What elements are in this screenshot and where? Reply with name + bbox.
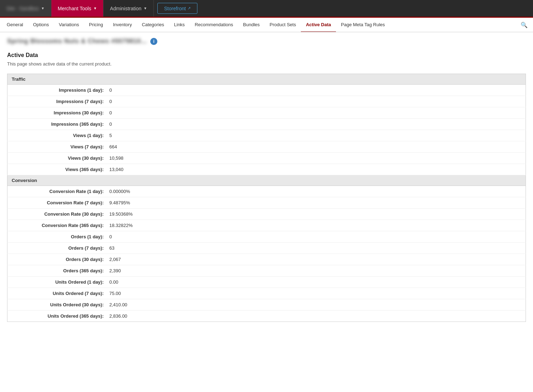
tab-categories[interactable]: Categories — [137, 18, 169, 32]
row-value: 19.50368% — [107, 209, 526, 220]
product-title-bar: Spring Blossoms Nuts & Chews #0079810...… — [7, 38, 526, 45]
tab-options[interactable]: Options — [28, 18, 54, 32]
row-value: 10,598 — [107, 153, 526, 164]
administration-label: Administration — [110, 6, 141, 11]
table-row: Views (365 days):13,040 — [7, 164, 526, 175]
site-selector[interactable]: Site - Sandbox ▼ — [0, 0, 51, 17]
row-value: 63 — [107, 243, 526, 254]
active-data-table: TrafficImpressions (1 day):0Impressions … — [7, 74, 526, 322]
info-icon[interactable]: i — [150, 38, 157, 45]
merchant-tools-nav[interactable]: Merchant Tools ▼ — [51, 0, 104, 17]
row-label: Views (365 days): — [7, 164, 107, 175]
row-label: Views (30 days): — [7, 153, 107, 164]
merchant-tools-caret-icon: ▼ — [93, 6, 97, 10]
site-selector-caret-icon: ▼ — [41, 6, 45, 10]
row-value: 75.00 — [107, 288, 526, 299]
administration-caret-icon: ▼ — [144, 6, 147, 10]
page-heading: Active Data — [7, 52, 526, 58]
row-label: Conversion Rate (30 days): — [7, 209, 107, 220]
row-label: Impressions (30 days): — [7, 107, 107, 119]
row-value: 2,836.00 — [107, 311, 526, 322]
row-label: Impressions (7 days): — [7, 96, 107, 107]
table-row: Orders (1 day):0 — [7, 231, 526, 243]
merchant-tools-label: Merchant Tools — [58, 6, 91, 11]
row-label: Units Ordered (30 days): — [7, 299, 107, 311]
row-label: Conversion Rate (1 day): — [7, 186, 107, 197]
row-value: 18.32822% — [107, 220, 526, 231]
section-header-conversion: Conversion — [7, 175, 526, 186]
table-row: Orders (7 days):63 — [7, 243, 526, 254]
table-row: Orders (30 days):2,067 — [7, 254, 526, 265]
row-label: Orders (7 days): — [7, 243, 107, 254]
row-label: Views (1 day): — [7, 130, 107, 141]
row-value: 0.00000% — [107, 186, 526, 197]
storefront-label: Storefront — [164, 6, 186, 11]
row-label: Units Ordered (365 days): — [7, 311, 107, 322]
row-value: 0 — [107, 231, 526, 243]
table-row: Conversion Rate (365 days):18.32822% — [7, 220, 526, 231]
row-value: 0.00 — [107, 277, 526, 288]
row-label: Units Ordered (1 day): — [7, 277, 107, 288]
table-row: Impressions (365 days):0 — [7, 119, 526, 130]
row-value: 2,410.00 — [107, 299, 526, 311]
table-row: Conversion Rate (7 days):9.48795% — [7, 197, 526, 209]
row-value: 664 — [107, 141, 526, 153]
row-label: Orders (365 days): — [7, 265, 107, 277]
row-label: Impressions (365 days): — [7, 119, 107, 130]
external-link-icon: ↗ — [187, 6, 191, 11]
table-row: Units Ordered (7 days):75.00 — [7, 288, 526, 299]
tab-bundles[interactable]: Bundles — [238, 18, 265, 32]
row-label: Conversion Rate (365 days): — [7, 220, 107, 231]
page-content: Spring Blossoms Nuts & Chews #0079810...… — [0, 32, 533, 327]
table-row: Impressions (1 day):0 — [7, 85, 526, 96]
row-label: Orders (1 day): — [7, 231, 107, 243]
table-row: Conversion Rate (1 day):0.00000% — [7, 186, 526, 197]
row-value: 0 — [107, 119, 526, 130]
tab-inventory[interactable]: Inventory — [108, 18, 137, 32]
table-row: Orders (365 days):2,390 — [7, 265, 526, 277]
row-value: 5 — [107, 130, 526, 141]
table-row: Views (30 days):10,598 — [7, 153, 526, 164]
tab-product-sets[interactable]: Product Sets — [265, 18, 301, 32]
table-row: Impressions (7 days):0 — [7, 96, 526, 107]
tab-links[interactable]: Links — [169, 18, 190, 32]
row-label: Impressions (1 day): — [7, 85, 107, 96]
row-label: Orders (30 days): — [7, 254, 107, 265]
row-label: Conversion Rate (7 days): — [7, 197, 107, 209]
row-value: 13,040 — [107, 164, 526, 175]
table-row: Units Ordered (1 day):0.00 — [7, 277, 526, 288]
tab-recommendations[interactable]: Recommendations — [190, 18, 238, 32]
table-row: Units Ordered (365 days):2,836.00 — [7, 311, 526, 322]
row-value: 9.48795% — [107, 197, 526, 209]
product-title: Spring Blossoms Nuts & Chews #0079810... — [7, 38, 147, 45]
storefront-button[interactable]: Storefront ↗ — [157, 3, 197, 14]
row-label: Views (7 days): — [7, 141, 107, 153]
table-row: Views (1 day):5 — [7, 130, 526, 141]
administration-nav[interactable]: Administration ▼ — [103, 0, 154, 17]
table-row: Impressions (30 days):0 — [7, 107, 526, 119]
table-row: Conversion Rate (30 days):19.50368% — [7, 209, 526, 220]
row-label: Units Ordered (7 days): — [7, 288, 107, 299]
top-navigation: Site - Sandbox ▼ Merchant Tools ▼ Admini… — [0, 0, 533, 18]
section-header-traffic: Traffic — [7, 74, 526, 85]
row-value: 0 — [107, 96, 526, 107]
tab-general[interactable]: General — [2, 18, 28, 32]
site-selector-label: Site - Sandbox — [6, 6, 39, 11]
tab-variations[interactable]: Variations — [54, 18, 84, 32]
row-value: 2,067 — [107, 254, 526, 265]
page-description: This page shows active data of the curre… — [7, 61, 526, 67]
tab-page-meta-tag-rules[interactable]: Page Meta Tag Rules — [336, 18, 390, 32]
tab-bar: General Options Variations Pricing Inven… — [0, 18, 533, 32]
tab-active-data[interactable]: Active Data — [301, 18, 336, 32]
tab-search-icon[interactable]: 🔍 — [517, 19, 531, 31]
table-row: Views (7 days):664 — [7, 141, 526, 153]
row-value: 2,390 — [107, 265, 526, 277]
tab-pricing[interactable]: Pricing — [84, 18, 108, 32]
table-row: Units Ordered (30 days):2,410.00 — [7, 299, 526, 311]
row-value: 0 — [107, 107, 526, 119]
row-value: 0 — [107, 85, 526, 96]
